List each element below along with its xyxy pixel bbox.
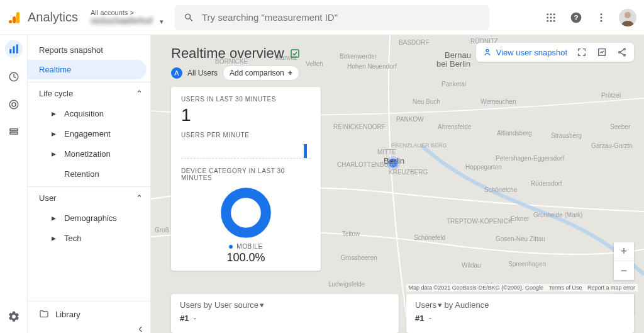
chevron-right-icon: ▸	[52, 128, 59, 138]
sidebar-item-tech[interactable]: ▸Tech	[48, 228, 150, 248]
users-per-minute-label: USERS PER MINUTE	[181, 132, 311, 138]
chevron-down-icon: ▾	[260, 300, 264, 310]
sidebar-item-retention[interactable]: ▸Retention	[48, 164, 150, 184]
map-report-error-link[interactable]: Report a map error	[587, 285, 635, 291]
account-picker[interactable]: All accounts > nickschaeferhof	[91, 9, 165, 26]
svg-point-4	[550, 13, 552, 15]
map-label: BASDORF	[399, 39, 429, 46]
sidebar: Reports snapshot Realtime Life cycle ⌃ ▸…	[28, 35, 151, 333]
comparison-filters: A All Users Add comparison +	[171, 65, 299, 81]
insights-icon[interactable]	[596, 47, 608, 58]
map-label: Rüdersdorf	[531, 180, 562, 187]
svg-point-2	[9, 20, 12, 23]
dimension-dropdown[interactable]: User source ▾	[214, 300, 264, 310]
realtime-summary-card: USERS IN LAST 30 MINUTES 1 USERS PER MIN…	[171, 87, 321, 271]
sidebar-item-engagement[interactable]: ▸Engagement	[48, 123, 150, 144]
card-value: #1 -	[415, 313, 625, 323]
product-logo[interactable]: Analytics	[8, 10, 78, 25]
map-label: Prötzel	[601, 92, 621, 99]
audience-badge: A	[171, 67, 182, 79]
users-by-audience-card[interactable]: Users ▾ by Audience #1 -	[406, 294, 634, 333]
device-donut-chart: MOBILE 100.0%	[181, 186, 311, 264]
map-label: TREPTOW-KÖPENICK	[447, 218, 513, 225]
share-icon[interactable]	[616, 47, 628, 58]
svg-point-3	[547, 13, 548, 15]
svg-point-32	[624, 54, 626, 56]
avatar[interactable]	[619, 9, 636, 26]
map-label: CHARLOTTENBURG	[337, 161, 398, 168]
svg-point-22	[9, 100, 18, 109]
map-label: Grossbeeren	[341, 254, 377, 261]
rail-explore-icon[interactable]	[5, 68, 23, 86]
chevron-up-icon: ⌃	[136, 89, 143, 98]
sidebar-reports-snapshot[interactable]: Reports snapshot	[28, 40, 150, 60]
account-bottom: nickschaeferhof	[91, 16, 152, 26]
map-label: Altlandsberg	[497, 130, 532, 137]
map-label: Schöneiche	[484, 186, 517, 193]
help-icon[interactable]: ?	[569, 10, 584, 25]
more-icon[interactable]	[594, 10, 609, 25]
rail-settings-icon[interactable]	[5, 308, 23, 325]
sidebar-section-user[interactable]: User ⌃	[28, 186, 150, 208]
map-label: Teltow	[342, 230, 360, 237]
map-label: Ahrensfelde	[438, 123, 471, 130]
map-label: Gosen-Neu Zittau	[496, 235, 545, 242]
bottom-cards: Users by User source ▾ #1 - Users ▾ by A…	[171, 294, 634, 333]
chevron-down-icon: ▾	[438, 300, 442, 310]
map-label: REINICKENDORF	[333, 123, 386, 130]
header-actions: ?	[543, 9, 636, 26]
add-comparison-label: Add comparison	[230, 69, 284, 77]
svg-rect-25	[10, 132, 18, 134]
search-bar[interactable]	[175, 5, 489, 30]
chevron-up-icon: ⌃	[136, 193, 143, 203]
map-label: Birkenwerder	[340, 53, 377, 60]
sidebar-item-acquisition[interactable]: ▸Acquisition	[48, 103, 150, 123]
rail-configure-icon[interactable]	[5, 123, 23, 141]
main-content: Berlin Bernau bei Berlin Marwitz Velten …	[151, 35, 644, 333]
search-icon	[184, 12, 194, 23]
header: Analytics All accounts > nickschaeferhof…	[0, 0, 644, 35]
svg-point-17	[625, 12, 631, 18]
by-text: by	[445, 300, 453, 310]
users-by-source-card[interactable]: Users by User source ▾ #1 -	[171, 294, 399, 333]
sidebar-item-label: Retention	[64, 169, 99, 179]
add-comparison-chip[interactable]: Add comparison +	[223, 65, 299, 81]
map-attribution: Map data ©2021 GeoBasis-DE/BKG (©2009), …	[406, 284, 638, 291]
sidebar-realtime[interactable]: Realtime	[28, 60, 147, 79]
zoom-in-button[interactable]: +	[614, 242, 634, 261]
folder-icon	[39, 309, 49, 319]
map-label: Grünheide (Mark)	[533, 212, 582, 218]
snapshot-toolbar: View user snapshot	[476, 43, 634, 62]
map-label: bei Berlin	[436, 59, 470, 69]
sidebar-item-label: Tech	[64, 234, 81, 243]
view-user-snapshot-button[interactable]: View user snapshot	[482, 47, 567, 57]
map-label: Garzau-Garzin	[591, 142, 633, 149]
sidebar-item-label: Acquisition	[64, 109, 104, 118]
svg-point-28	[486, 49, 489, 52]
map-label: Velten	[306, 60, 323, 67]
fullscreen-icon[interactable]	[576, 47, 587, 58]
device-category-label: DEVICE CATEGORY IN LAST 30 MINUTES	[181, 167, 311, 181]
map-label: Seeber	[610, 123, 630, 130]
product-name: Analytics	[28, 10, 78, 25]
svg-point-14	[601, 13, 602, 15]
rail-reports-icon[interactable]	[5, 40, 23, 58]
dash: -	[194, 313, 196, 323]
svg-point-7	[550, 16, 552, 18]
search-input[interactable]	[202, 12, 480, 23]
map-terms-link[interactable]: Terms of Use	[548, 285, 582, 291]
page-title: Realtime overview	[171, 45, 301, 62]
sidebar-user-items: ▸Demographics ▸Tech	[28, 208, 150, 248]
dimension-label: Audience	[455, 300, 489, 310]
nav-rail	[0, 35, 28, 333]
sidebar-library[interactable]: Library	[28, 301, 150, 327]
sidebar-item-demographics[interactable]: ▸Demographics	[48, 208, 150, 228]
sidebar-section-lifecycle[interactable]: Life cycle ⌃	[28, 82, 150, 103]
rail-advertising-icon[interactable]	[5, 96, 23, 113]
metric-dropdown[interactable]: Users ▾	[415, 300, 442, 310]
apps-icon[interactable]	[543, 10, 558, 25]
zoom-out-button[interactable]: −	[614, 261, 634, 280]
sidebar-item-monetization[interactable]: ▸Monetization	[48, 144, 150, 164]
dash: -	[429, 313, 431, 323]
all-users-chip[interactable]: All Users	[187, 69, 218, 77]
